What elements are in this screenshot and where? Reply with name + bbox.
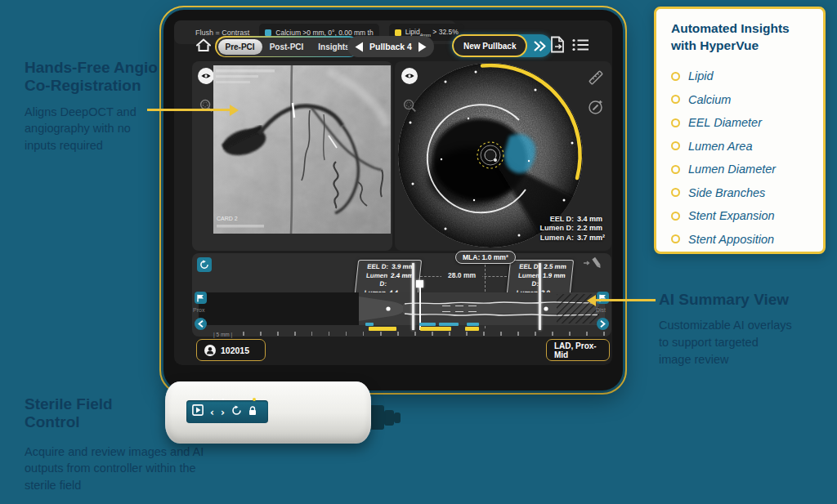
controller-step-forward-button[interactable]: › [221,404,225,419]
list-item: Stent Expansion [671,204,812,228]
annotation-left-body: Aligns DeepOCT and angiography with no i… [25,104,139,154]
flag-icon [197,294,204,302]
pullback-label: Pullback 4 [369,42,412,51]
scroll-right-button[interactable] [597,318,609,330]
left-arrow-head [230,105,239,116]
annotation-left: Hands-Free Angio Co-Registration Aligns … [25,59,159,154]
tab-pre-pci[interactable]: Pre-PCI [218,39,262,55]
insights-list: Lipid Calcium EEL Diameter Lumen Area Lu… [671,65,812,251]
angiogram-image[interactable]: CARD 2 [213,65,391,234]
annotate-tool-button[interactable] [588,99,604,118]
ring-bullet-icon [671,118,680,127]
list-item: Calcium [671,87,812,111]
lipid-bar [465,327,479,331]
vessel-segment: LAD, Prox-Mid [554,341,602,359]
calcium-legend-text: Calcium >0 mm, 0°, 0.00 mm th [275,29,373,37]
mla-badge: MLA: 1.0 mm² [455,251,516,264]
distance-label: 28.0 mm [441,271,482,279]
ring-bullet-icon [671,72,680,81]
eye-icon [403,69,416,83]
lipid-swatch [395,29,401,36]
timeline-edit-button[interactable] [583,256,604,273]
home-button[interactable] [195,38,212,56]
ring-bullet-icon [671,234,680,243]
right-arrow-line [595,299,656,301]
lock-led [253,398,256,401]
calcium-bar [439,323,459,326]
list-item: Stent Apposition [671,227,812,251]
angio-visibility-toggle[interactable] [198,68,214,84]
list-item: Lumen Diameter [671,158,812,181]
home-icon [195,38,212,52]
lock-icon [248,406,257,416]
controller-button-panel: ‹ › [186,400,268,423]
refresh-icon [231,405,242,416]
magnifier-icon [403,99,417,113]
pencil-edit-icon [588,99,604,115]
controller-refresh-button[interactable] [231,404,242,419]
ring-bullet-icon [671,165,680,174]
tab-post-pci[interactable]: Post-PCI [262,39,311,55]
measure-tool-button[interactable] [588,69,604,89]
app-screen: Pre-PCI Post-PCI Insights Pullback 4 New… [174,20,612,365]
oct-visibility-toggle[interactable] [401,68,418,84]
calcium-bar [419,323,436,326]
lipid-bar [420,327,451,331]
ring-bullet-icon [671,188,680,197]
infographic-canvas: Hands-Free Angio Co-Registration Aligns … [0,0,837,504]
proximal-flag-button[interactable] [195,292,207,304]
lipid-bar [369,327,396,331]
controller-lock-status [248,404,257,419]
oct-panel: EEL D:3.4 mm Lumen D:2.2 mm Lumen A:3.7 … [395,61,611,251]
oct-zoom-button[interactable] [403,99,417,116]
controller-connector-pin [384,410,394,426]
vessel-segment-pill[interactable]: LAD, Prox-Mid [546,339,610,361]
annotation-bottom-left-body: Acquire and review images and AI outputs… [25,444,217,494]
play-icon [192,404,204,416]
annotation-right: AI Summary View Customizable AI overlays… [659,291,814,368]
prox-label: Prox [193,307,204,313]
calcium-swatch [265,29,271,36]
scroll-left-button[interactable] [195,318,207,330]
refresh-icon [199,260,209,270]
current-frame-handle[interactable] [416,280,423,288]
person-icon [204,345,216,356]
proximal-reference-marker[interactable] [412,263,414,330]
ring-bullet-icon [671,141,680,150]
list-icon [572,38,589,51]
sync-button[interactable] [197,257,212,272]
dot-indicator [222,399,224,400]
edit-pencil-icon [583,256,604,270]
angio-zoom-button[interactable] [199,99,213,116]
annotation-right-body: Customizable AI overlays to support targ… [659,317,794,368]
list-item: Lipid [671,65,812,88]
export-report-icon [550,36,566,53]
ruler-ticks [243,332,605,336]
distal-reference-marker[interactable] [539,263,541,330]
calcium-bar [365,323,374,326]
previous-pullback-icon[interactable] [355,42,364,52]
double-chevron-icon [533,41,547,51]
annotation-bottom-left-title: Sterile Field Control [25,395,127,432]
angio-corner-text: CARD 2 [217,216,238,221]
list-menu-button[interactable] [572,38,589,55]
left-arrow-line [147,109,231,111]
chevron-right-icon [600,320,606,328]
controller-connector [369,405,384,430]
patient-id-pill[interactable]: 102015 [196,339,266,361]
oct-measurements: EEL D:3.4 mm Lumen D:2.2 mm Lumen A:3.7 … [530,215,605,243]
distal-flag-button[interactable] [597,292,609,304]
next-pullback-icon[interactable] [418,42,427,52]
pullback-navigator: Pullback 4 [347,36,434,57]
sterile-controller-device: ‹ › [165,381,371,444]
controller-step-back-button[interactable]: ‹ [210,404,214,419]
annotation-left-title: Hands-Free Angio Co-Registration [25,59,159,96]
controller-play-button[interactable] [192,404,204,419]
annotation-right-title: AI Summary View [659,291,814,309]
export-button[interactable] [550,36,566,56]
new-pullback-button[interactable]: New Pullback [452,34,552,57]
tablet-bezel: Pre-PCI Post-PCI Insights Pullback 4 New… [163,10,623,390]
controller-connector-tip [394,413,401,423]
longitudinal-view[interactable] [199,291,605,327]
tablet-device: Pre-PCI Post-PCI Insights Pullback 4 New… [159,6,627,395]
